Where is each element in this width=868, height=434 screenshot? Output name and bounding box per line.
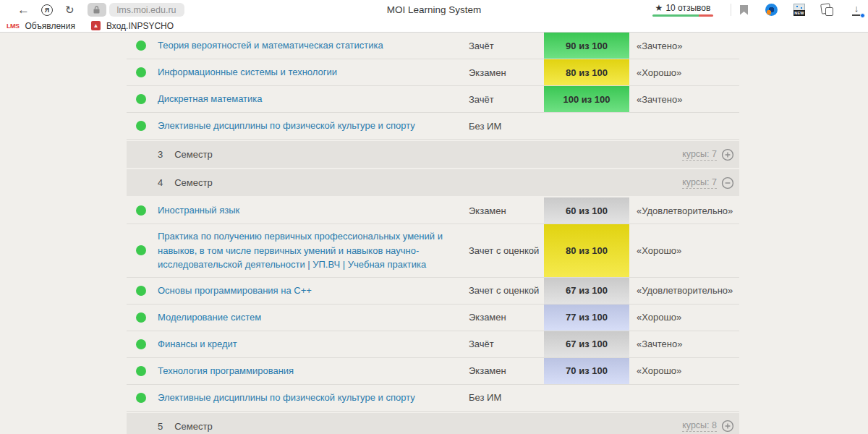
- lms-favicon: LMS: [7, 22, 20, 30]
- score-cell: 80 из 100: [544, 59, 629, 85]
- course-status-icon: [136, 339, 146, 349]
- exam-type-label: Экзамен: [469, 312, 544, 323]
- score-cell: 80 из 100: [544, 224, 629, 277]
- score-cell: 100 из 100: [544, 86, 629, 112]
- table-row: Финансы и кредитЗачёт67 из 100«Зачтено»: [127, 331, 739, 358]
- bookmark-item-login[interactable]: Вход.INPSYCHO: [106, 21, 174, 31]
- exam-type-label: Без ИМ: [469, 392, 544, 403]
- exam-type-label: Зачёт: [469, 41, 544, 51]
- lock-icon: [93, 6, 100, 14]
- score-cell: 90 из 100: [544, 33, 629, 59]
- course-link[interactable]: Теория вероятностей и математическая ста…: [158, 33, 456, 58]
- course-status-icon: [136, 67, 146, 77]
- site-reviews-button[interactable]: ★ 10 отзывов: [652, 3, 713, 17]
- course-link[interactable]: Основы программирования на C++: [158, 278, 456, 303]
- site-security-chip[interactable]: [88, 3, 106, 17]
- toolbar-right-cluster: ★ 10 отзывов NEW ↓: [652, 0, 868, 20]
- grade-label: «Хорошо»: [637, 67, 681, 78]
- course-link[interactable]: Моделирование систем: [158, 305, 456, 330]
- table-row: Технология программированияЭкзамен70 из …: [127, 358, 739, 385]
- exam-type-label: Зачёт: [469, 339, 544, 349]
- toggle-plus-icon[interactable]: [721, 148, 734, 161]
- grade-label: «Хорошо»: [637, 365, 681, 376]
- back-icon[interactable]: ←: [17, 4, 30, 16]
- pyramid-favicon: ▲: [91, 21, 101, 30]
- extension-new-glyph: [793, 4, 805, 10]
- course-status-icon: [136, 393, 146, 403]
- table-row: Теория вероятностей и математическая ста…: [127, 33, 739, 59]
- refresh-icon[interactable]: ↻: [65, 4, 75, 15]
- course-status-icon: [136, 121, 146, 131]
- exam-type-label: Без ИМ: [469, 121, 544, 132]
- exam-type-label: Зачет с оценкой: [469, 285, 544, 296]
- course-link[interactable]: Финансы и кредит: [158, 332, 456, 357]
- extension-new-icon[interactable]: NEW: [793, 4, 805, 16]
- address-bar[interactable]: lms.moi.edu.ru: [109, 3, 184, 17]
- courses-count-link[interactable]: курсы: 7: [682, 177, 717, 189]
- semester-row[interactable]: 3Семестркурсы: 7: [127, 141, 739, 168]
- reviews-count-label: 10 отзывов: [665, 3, 710, 13]
- download-activity-dot: [860, 13, 865, 18]
- toggle-minus-icon[interactable]: [721, 176, 734, 190]
- table-row: Иностранный языкЭкзамен60 из 100«Удовлет…: [127, 197, 739, 224]
- collections-icon[interactable]: [821, 4, 833, 16]
- semester-number: 4: [158, 177, 163, 188]
- table-row: Моделирование системЭкзамен77 из 100«Хор…: [127, 305, 739, 331]
- semester-number: 5: [158, 421, 163, 432]
- semester-courses: курсы: 8: [682, 420, 734, 433]
- exam-type-label: Экзамен: [469, 365, 544, 376]
- course-status-icon: [136, 245, 146, 255]
- browser-toolbar: ← Я ↻ lms.moi.edu.ru MOI Learning System…: [0, 0, 868, 20]
- course-link[interactable]: Практика по получению первичных професси…: [158, 224, 456, 277]
- exam-type-label: Экзамен: [469, 67, 544, 78]
- exam-type-label: Зачёт: [469, 94, 544, 105]
- semester-label: Семестр: [174, 149, 212, 160]
- grade-label: «Зачтено»: [637, 94, 682, 105]
- course-link[interactable]: Информационные системы и технологии: [158, 60, 456, 85]
- courses-count-link[interactable]: курсы: 7: [682, 149, 717, 161]
- semester-courses: курсы: 7: [682, 176, 734, 190]
- course-link[interactable]: Дискретная математика: [158, 87, 456, 111]
- semester-row[interactable]: 5Семестркурсы: 8: [127, 413, 739, 434]
- grade-label: «Удовлетворительно»: [637, 205, 733, 216]
- grades-table: Теория вероятностей и математическая ста…: [127, 33, 739, 434]
- grade-label: «Хорошо»: [637, 245, 681, 256]
- table-row: Элективные дисциплины по физической куль…: [127, 385, 739, 412]
- courses-count-link[interactable]: курсы: 8: [682, 420, 717, 432]
- bookmarks-bar: LMS Объявления ▲ Вход.INPSYCHO: [0, 20, 868, 33]
- grade-label: «Удовлетворительно»: [637, 285, 733, 296]
- semester-courses: курсы: 7: [682, 148, 734, 161]
- bookmark-item-announcements[interactable]: Объявления: [25, 21, 75, 31]
- bookmark-flag-icon[interactable]: [740, 5, 748, 15]
- course-status-icon: [136, 286, 146, 296]
- course-status-icon: [136, 41, 146, 51]
- table-row: Элективные дисциплины по физической куль…: [127, 113, 739, 140]
- score-cell: 70 из 100: [544, 358, 629, 384]
- toggle-plus-icon[interactable]: [721, 420, 734, 433]
- course-link[interactable]: Технология программирования: [158, 359, 456, 383]
- grade-label: «Зачтено»: [637, 339, 682, 349]
- browser-chrome: ← Я ↻ lms.moi.edu.ru MOI Learning System…: [0, 0, 868, 33]
- semester-label: Семестр: [174, 421, 212, 432]
- toolbar-divider: [731, 4, 731, 16]
- table-row: Дискретная математикаЗачёт100 из 100«Зач…: [127, 86, 739, 113]
- course-status-icon: [136, 94, 146, 104]
- course-status-icon: [136, 366, 146, 376]
- course-link[interactable]: Элективные дисциплины по физической куль…: [158, 386, 456, 410]
- downloads-icon[interactable]: ↓: [851, 4, 862, 17]
- score-cell: 67 из 100: [544, 331, 629, 357]
- table-row: Основы программирования на C++Зачет с оц…: [127, 278, 739, 305]
- exam-type-label: Экзамен: [469, 205, 544, 216]
- semester-number: 3: [158, 149, 163, 160]
- course-status-icon: [136, 312, 146, 323]
- score-cell: 67 из 100: [544, 278, 629, 304]
- star-icon: ★: [655, 3, 663, 13]
- extension-circle-icon[interactable]: [765, 4, 778, 16]
- yandex-browser-icon[interactable]: Я: [41, 4, 53, 16]
- course-link[interactable]: Элективные дисциплины по физической куль…: [158, 114, 456, 138]
- semester-row[interactable]: 4Семестркурсы: 7: [127, 169, 739, 196]
- course-link[interactable]: Иностранный язык: [158, 198, 456, 223]
- score-cell: 60 из 100: [544, 197, 629, 224]
- table-row: Практика по получению первичных професси…: [127, 224, 739, 278]
- table-row: Информационные системы и технологииЭкзам…: [127, 59, 739, 86]
